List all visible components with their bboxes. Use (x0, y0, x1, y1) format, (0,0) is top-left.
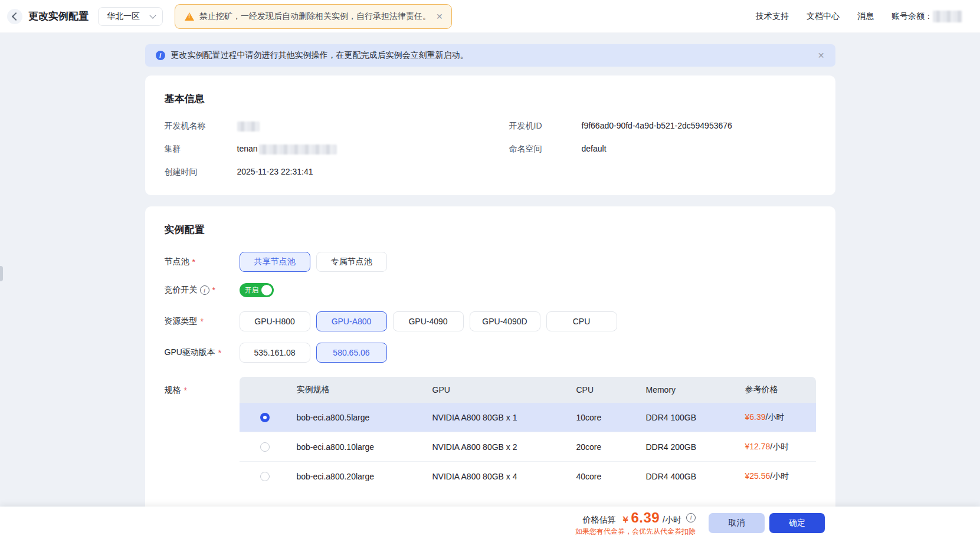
main-content: 更改实例配置过程中请勿进行其他实例操作，在更配完成后实例会立刻重新启动。 基本信… (145, 44, 835, 539)
cell-price: ¥12.78/小时 (745, 442, 816, 452)
namespace-label: 命名空间 (509, 144, 582, 155)
spec-label-text: 规格 (165, 385, 181, 396)
price-info-icon[interactable] (686, 513, 696, 522)
cell-spec: bob-eci.a800.5large (297, 413, 432, 422)
machine-name-redacted (237, 121, 260, 132)
price-value: ¥25.56 (745, 471, 771, 481)
nav-doc-center[interactable]: 文档中心 (807, 11, 840, 22)
gpu-driver-options: 535.161.08 580.65.06 (240, 343, 387, 363)
required-asterisk: * (212, 285, 215, 295)
table-row-a800-5large[interactable]: bob-eci.a800.5large NVIDIA A800 80GB x 1… (240, 403, 816, 432)
reconfigure-notice-banner: 更改实例配置过程中请勿进行其他实例操作，在更配完成后实例会立刻重新启动。 (145, 44, 835, 67)
field-machine-name: 开发机名称 (165, 121, 509, 132)
back-button[interactable] (7, 9, 22, 24)
node-pool-row: 节点池* 共享节点池 专属节点池 (165, 252, 816, 272)
resource-type-row: 资源类型* GPU-H800 GPU-A800 GPU-4090 GPU-409… (165, 311, 816, 331)
radio-unselected[interactable] (260, 472, 270, 481)
drawer-handle[interactable] (0, 266, 3, 281)
basic-info-title: 基本信息 (165, 92, 816, 106)
spot-switch-label-text: 竞价开关 (165, 285, 198, 295)
driver-option-580[interactable]: 580.65.06 (316, 343, 387, 363)
node-pool-label-text: 节点池 (165, 257, 189, 267)
resource-option-gpu-4090[interactable]: GPU-4090 (393, 311, 464, 331)
table-row-a800-20large[interactable]: bob-eci.a800.20large NVIDIA A800 80GB x … (240, 461, 816, 491)
price-unit: /小时 (766, 412, 785, 422)
nav-tech-support[interactable]: 技术支持 (756, 11, 789, 22)
cell-gpu: NVIDIA A800 80GB x 2 (432, 442, 576, 452)
spec-table: 实例规格 GPU CPU Memory 参考价格 bob-eci.a800.5l… (240, 377, 816, 491)
cell-price: ¥25.56/小时 (745, 471, 816, 482)
radio-unselected[interactable] (260, 442, 270, 452)
radio-selected[interactable] (260, 413, 270, 422)
field-machine-id: 开发机ID f9f66ad0-90fd-4a9d-b521-2dc5949536… (509, 121, 816, 132)
cancel-button[interactable]: 取消 (709, 513, 765, 533)
basic-info-card: 基本信息 开发机名称 开发机ID f9f66ad0-90fd-4a9d-b521… (145, 75, 835, 195)
warning-close-icon[interactable] (436, 12, 443, 21)
price-estimate: 价格估算 ￥ 6.39 /小时 如果您有代金券，会优先从代金券扣除 (575, 510, 696, 535)
created-time-value: 2025-11-23 22:31:41 (237, 167, 313, 176)
gpu-driver-label: GPU驱动版本* (165, 343, 240, 358)
node-pool-options: 共享节点池 专属节点池 (240, 252, 387, 272)
chevron-left-icon (11, 12, 19, 20)
cell-spec: bob-eci.a800.10large (297, 442, 432, 452)
header-gpu: GPU (432, 385, 576, 395)
cluster-label: 集群 (165, 144, 237, 155)
namespace-value: default (582, 144, 607, 153)
price-estimate-line: 价格估算 ￥ 6.39 /小时 (575, 510, 696, 526)
toggle-knob (261, 285, 272, 295)
header-nav: 技术支持 文档中心 消息 账号余额： (756, 11, 962, 22)
price-estimate-label: 价格估算 (582, 515, 615, 524)
field-created-time: 创建时间 2025-11-23 22:31:41 (165, 167, 509, 178)
machine-id-value: f9f66ad0-90fd-4a9d-b521-2dc594953676 (582, 121, 732, 130)
cell-price: ¥6.39/小时 (745, 412, 816, 423)
table-row-a800-10large[interactable]: bob-eci.a800.10large NVIDIA A800 80GB x … (240, 432, 816, 461)
resource-type-options: GPU-H800 GPU-A800 GPU-4090 GPU-4090D CPU (240, 311, 617, 331)
required-asterisk: * (184, 386, 187, 395)
cell-memory: DDR4 400GB (646, 472, 745, 481)
price-unit: /小时 (770, 471, 789, 481)
cell-spec: bob-eci.a800.20large (297, 472, 432, 481)
spec-row: 规格* 实例规格 GPU CPU Memory 参考价格 bob-eci.a80… (165, 377, 816, 491)
price-unit: /小时 (770, 442, 789, 451)
cell-memory: DDR4 100GB (646, 413, 745, 422)
machine-id-label: 开发机ID (509, 121, 582, 132)
nav-messages[interactable]: 消息 (857, 11, 874, 22)
confirm-button[interactable]: 确定 (769, 513, 825, 533)
account-balance-redacted (933, 11, 962, 22)
resource-type-label: 资源类型* (165, 311, 240, 327)
region-select[interactable]: 华北一区 (98, 7, 163, 26)
field-namespace: 命名空间 default (509, 144, 816, 155)
resource-option-gpu-4090d[interactable]: GPU-4090D (470, 311, 540, 331)
node-pool-option-shared[interactable]: 共享节点池 (240, 252, 310, 272)
action-footer: 价格估算 ￥ 6.39 /小时 如果您有代金券，会优先从代金券扣除 取消 确定 (0, 507, 980, 539)
spot-info-icon[interactable] (200, 285, 209, 295)
spot-toggle-state: 开启 (245, 285, 259, 295)
price-value: ¥6.39 (745, 412, 766, 422)
cell-cpu: 20core (576, 442, 646, 452)
instance-config-card: 实例配置 节点池* 共享节点池 专属节点池 竞价开关 * 开启 (145, 206, 835, 539)
resource-option-gpu-h800[interactable]: GPU-H800 (240, 311, 310, 331)
currency-symbol: ￥ (621, 514, 630, 524)
resource-option-gpu-a800[interactable]: GPU-A800 (316, 311, 387, 331)
estimated-price: 6.39 (631, 510, 660, 526)
cell-gpu: NVIDIA A800 80GB x 4 (432, 472, 576, 481)
spec-label: 规格* (165, 377, 240, 396)
notice-close-icon[interactable] (818, 51, 825, 60)
header-price: 参考价格 (745, 384, 816, 395)
resource-option-cpu[interactable]: CPU (546, 311, 617, 331)
voucher-note: 如果您有代金券，会优先从代金券扣除 (575, 528, 696, 536)
mining-warning-banner: 禁止挖矿，一经发现后自动删除相关实例，自行承担法律责任。 (175, 4, 452, 29)
spot-toggle[interactable]: 开启 (240, 283, 274, 297)
cell-memory: DDR4 200GB (646, 442, 745, 452)
basic-info-grid: 开发机名称 开发机ID f9f66ad0-90fd-4a9d-b521-2dc5… (165, 121, 816, 178)
cell-gpu: NVIDIA A800 80GB x 1 (432, 413, 576, 422)
node-pool-label: 节点池* (165, 252, 240, 267)
price-value: ¥12.78 (745, 442, 771, 451)
warning-text: 禁止挖矿，一经发现后自动删除相关实例，自行承担法律责任。 (199, 11, 431, 22)
node-pool-option-dedicated[interactable]: 专属节点池 (316, 252, 387, 272)
price-unit: /小时 (663, 515, 681, 524)
spot-switch-row: 竞价开关 * 开启 (165, 283, 816, 297)
account-balance-label: 账号余额： (891, 11, 933, 22)
region-select-value: 华北一区 (107, 11, 140, 22)
driver-option-535[interactable]: 535.161.08 (240, 343, 310, 363)
